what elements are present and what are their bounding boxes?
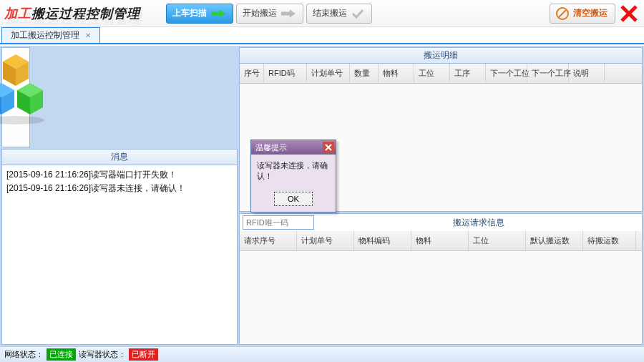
dialog-close-button[interactable] <box>323 142 334 153</box>
clear-label: 清空搬运 <box>573 7 608 19</box>
col-header[interactable]: 数量 <box>350 64 379 83</box>
col-header[interactable]: 默认搬运数 <box>526 231 583 250</box>
dialog-message: 读写器未连接，请确认！ <box>251 155 336 187</box>
arrow-right-icon <box>211 9 225 19</box>
close-icon <box>325 144 332 151</box>
cube-icon <box>0 54 59 126</box>
dialog-titlebar[interactable]: 温馨提示 <box>251 140 336 155</box>
left-pane: 消息 [2015-09-16 21:16:26]读写器端口打开失败！[2015-… <box>0 46 239 346</box>
detail-header: 搬运明细 <box>240 48 642 64</box>
arrow-right-icon <box>281 9 296 19</box>
col-header[interactable]: 序号 <box>240 64 264 83</box>
col-header[interactable]: 待搬运数 <box>583 231 636 250</box>
detail-columns: 序号RFID码计划单号数量物料工位工序下一个工位下一个工序说明 <box>240 64 642 84</box>
col-header[interactable]: 工位 <box>414 64 450 83</box>
dialog-title: 温馨提示 <box>255 142 287 153</box>
col-header[interactable]: 物料 <box>379 64 414 83</box>
stop-icon <box>556 7 569 20</box>
close-button[interactable] <box>617 1 641 26</box>
message-panel: 消息 [2015-09-16 21:16:26]读写器端口打开失败！[2015-… <box>1 149 238 345</box>
message-line: [2015-09-16 21:16:26]读写器未连接，请确认！ <box>6 182 233 195</box>
start-button[interactable]: 开始搬运 <box>236 4 303 24</box>
col-header[interactable]: 计划单号 <box>307 64 350 83</box>
tab-label: 加工搬运控制管理 <box>11 29 79 41</box>
tab-main[interactable]: 加工搬运控制管理 ✕ <box>1 27 100 43</box>
message-list: [2015-09-16 21:16:26]读写器端口打开失败！[2015-09-… <box>2 165 237 344</box>
request-panel: 搬运请求信息 请求序号计划单号物料编码物料工位默认搬运数待搬运数 <box>239 213 643 345</box>
end-button[interactable]: 结束搬运 <box>306 4 372 24</box>
cube-panel <box>1 47 30 147</box>
col-header[interactable]: RFID码 <box>264 64 307 83</box>
title-black: 搬运过程控制管理 <box>31 6 140 21</box>
message-header: 消息 <box>2 150 237 165</box>
col-header[interactable]: 请求序号 <box>240 231 297 250</box>
clear-button[interactable]: 清空搬运 <box>550 4 615 24</box>
app-title: 加工搬运过程控制管理 加工搬运过程控制管理 <box>0 0 165 26</box>
scan-button[interactable]: 上车扫描 <box>166 4 233 24</box>
request-title: 搬运请求信息 <box>318 217 639 229</box>
col-header[interactable]: 工位 <box>469 231 526 250</box>
col-header[interactable]: 物料 <box>411 231 469 250</box>
alert-dialog: 温馨提示 读写器未连接，请确认！ OK <box>250 140 336 212</box>
col-header[interactable]: 说明 <box>569 64 605 83</box>
col-header[interactable]: 物料编码 <box>354 231 411 250</box>
tab-close-icon[interactable]: ✕ <box>85 31 91 39</box>
message-line: [2015-09-16 21:16:26]读写器端口打开失败！ <box>6 168 233 182</box>
net-label: 网络状态： <box>4 349 44 360</box>
title-red: 加工 <box>4 6 31 21</box>
close-icon <box>620 4 638 23</box>
col-header[interactable]: 下一个工序 <box>527 64 569 83</box>
svg-point-13 <box>0 116 44 124</box>
end-label: 结束搬运 <box>313 7 347 19</box>
col-header[interactable]: 下一个工位 <box>486 64 527 83</box>
reader-status-badge: 已断开 <box>129 348 158 361</box>
status-bar: 网络状态： 已连接 读写器状态： 已断开 <box>0 346 644 362</box>
col-header[interactable]: 工序 <box>450 64 486 83</box>
start-label: 开始搬运 <box>243 7 277 19</box>
reader-label: 读写器状态： <box>79 349 126 360</box>
svg-line-1 <box>559 10 566 17</box>
rfid-input[interactable] <box>243 215 314 230</box>
scan-label: 上车扫描 <box>172 7 207 19</box>
check-icon <box>351 9 364 19</box>
dialog-ok-button[interactable]: OK <box>274 192 313 206</box>
top-toolbar: 加工搬运过程控制管理 加工搬运过程控制管理 上车扫描 开始搬运 结束搬运 清空搬… <box>0 0 644 27</box>
col-header[interactable]: 计划单号 <box>297 231 354 250</box>
tab-strip: 加工搬运控制管理 ✕ <box>0 27 644 44</box>
request-header: 搬运请求信息 <box>240 214 642 231</box>
request-body <box>240 251 642 344</box>
net-status-badge: 已连接 <box>47 348 76 361</box>
request-columns: 请求序号计划单号物料编码物料工位默认搬运数待搬运数 <box>240 231 642 251</box>
